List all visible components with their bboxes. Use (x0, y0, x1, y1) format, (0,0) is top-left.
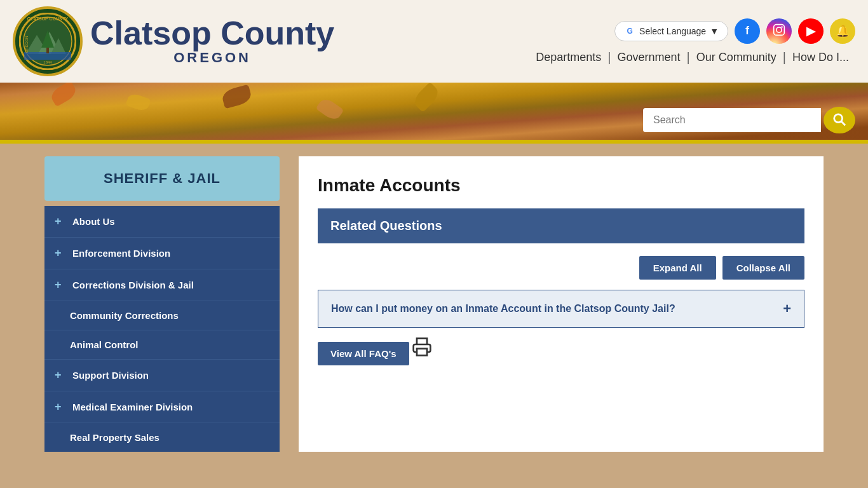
faq-expand-icon: + (783, 301, 791, 317)
page-title: Inmate Accounts (318, 175, 804, 196)
sidebar-item-label: Support Division (72, 370, 149, 381)
svg-line-15 (841, 121, 845, 125)
sidebar-nav: + About Us + Enforcement Division + Corr… (44, 206, 280, 452)
select-language-button[interactable]: G Select Language ▼ (614, 21, 728, 41)
nav-howdoi[interactable]: How Do I... (786, 51, 855, 64)
sidebar-item-community-corrections[interactable]: Community Corrections (44, 301, 280, 330)
select-language-label: Select Language (639, 26, 706, 36)
search-area (643, 107, 855, 133)
svg-text:1844: 1844 (43, 60, 52, 64)
content-area: Inmate Accounts Related Questions Expand… (299, 156, 824, 452)
view-all-faqs-button[interactable]: View All FAQ's (318, 342, 409, 365)
sidebar-item-label: Medical Examiner Division (72, 402, 193, 412)
expand-all-button[interactable]: Expand All (639, 256, 716, 280)
sidebar-item-animal-control[interactable]: Animal Control (44, 330, 280, 360)
sidebar-item-medical[interactable]: + Medical Examiner Division (44, 391, 280, 423)
bell-icon: 🔔 (836, 24, 850, 38)
youtube-button[interactable]: ▶ (798, 18, 824, 44)
print-button[interactable] (412, 337, 432, 360)
main-wrapper: SHERIFF & JAIL + About Us + Enforcement … (0, 144, 868, 464)
plus-icon: + (55, 369, 65, 382)
sidebar-item-label: Animal Control (70, 339, 139, 350)
youtube-icon: ▶ (806, 24, 815, 38)
sidebar-item-enforcement[interactable]: + Enforcement Division (44, 238, 280, 269)
faq-question[interactable]: How can I put money on an Inmate Account… (318, 290, 804, 327)
county-name: Clatsop County (90, 17, 334, 50)
svg-text:CLATSOP COUNTY: CLATSOP COUNTY (27, 17, 69, 21)
svg-point-12 (776, 27, 782, 32)
county-title: Clatsop County OREGON (90, 17, 334, 66)
top-social: G Select Language ▼ f ▶ (614, 18, 855, 44)
plus-icon: + (55, 247, 65, 260)
sidebar-title: SHERIFF & JAIL (44, 156, 280, 201)
svg-rect-16 (417, 349, 427, 356)
svg-point-14 (834, 114, 843, 122)
chevron-down-icon: ▼ (710, 26, 719, 36)
print-icon (412, 337, 432, 357)
county-state: OREGON (90, 50, 334, 66)
main-nav: Departments | Government | Our Community… (529, 50, 855, 65)
sidebar-item-label: Community Corrections (70, 310, 179, 321)
hero-banner (0, 83, 868, 140)
sidebar-item-label: Real Property Sales (70, 432, 159, 443)
svg-point-13 (781, 26, 783, 28)
sidebar-item-about[interactable]: + About Us (44, 206, 280, 238)
faq-controls: Expand All Collapse All (318, 256, 804, 280)
nav-community[interactable]: Our Community (690, 51, 783, 64)
header-right: G Select Language ▼ f ▶ (529, 18, 855, 65)
logo-area[interactable]: CLATSOP COUNTY 1844 OREGON Clatsop Count… (13, 6, 334, 76)
faq-question-text: How can I put money on an Inmate Account… (331, 303, 675, 315)
sidebar: SHERIFF & JAIL + About Us + Enforcement … (44, 156, 280, 452)
sidebar-item-label: Enforcement Division (72, 248, 170, 259)
sidebar-item-corrections[interactable]: + Corrections Division & Jail (44, 269, 280, 301)
nav-departments[interactable]: Departments (529, 51, 607, 64)
facebook-button[interactable]: f (735, 18, 760, 44)
search-icon (832, 112, 846, 128)
notifications-button[interactable]: 🔔 (830, 18, 855, 44)
plus-icon: + (55, 215, 65, 228)
svg-text:OREGON: OREGON (25, 36, 29, 53)
svg-rect-11 (774, 24, 785, 35)
related-questions-header: Related Questions (318, 208, 804, 243)
instagram-button[interactable] (766, 18, 792, 44)
sidebar-item-label: About Us (72, 216, 115, 227)
header: CLATSOP COUNTY 1844 OREGON Clatsop Count… (0, 0, 868, 83)
collapse-all-button[interactable]: Collapse All (722, 256, 804, 280)
sidebar-item-label: Corrections Division & Jail (72, 280, 194, 290)
search-button[interactable] (824, 107, 855, 133)
county-seal: CLATSOP COUNTY 1844 OREGON (13, 6, 83, 76)
plus-icon: + (55, 278, 65, 292)
plus-icon: + (55, 400, 65, 414)
instagram-icon (773, 24, 785, 39)
faq-item: How can I put money on an Inmate Account… (318, 290, 804, 328)
sidebar-item-support[interactable]: + Support Division (44, 360, 280, 391)
google-logo: G (624, 25, 635, 37)
search-input[interactable] (643, 108, 821, 132)
nav-government[interactable]: Government (611, 51, 686, 64)
facebook-icon: f (745, 24, 749, 37)
sidebar-item-real-property[interactable]: Real Property Sales (44, 423, 280, 452)
